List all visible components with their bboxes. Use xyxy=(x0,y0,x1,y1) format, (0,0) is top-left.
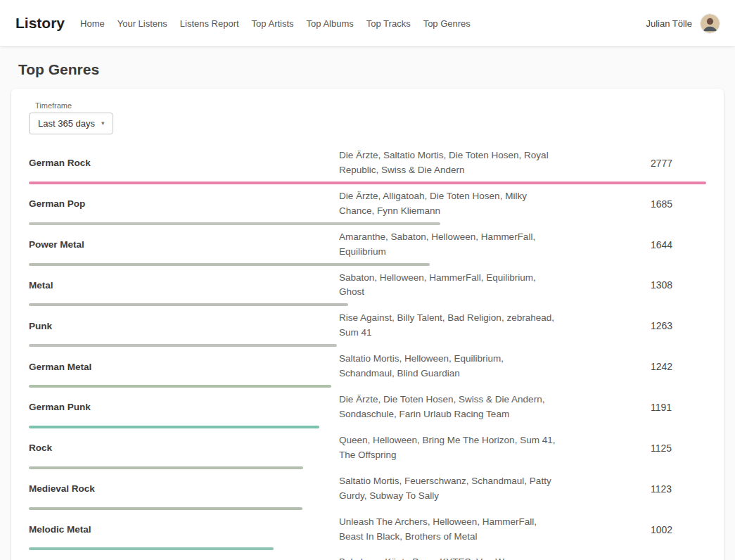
timeframe-filter: Timeframe Last 365 days ▾ xyxy=(29,101,706,134)
genre-name: German Metal xyxy=(29,362,339,372)
nav-item-top-tracks[interactable]: Top Tracks xyxy=(366,18,411,29)
genre-artists: Unleash The Archers, Helloween, HammerFa… xyxy=(339,515,557,545)
genre-count: 1191 xyxy=(651,402,706,413)
genre-row: Medieval Rock Saltatio Mortis, Feuerschw… xyxy=(29,469,706,510)
genre-row: Metal Sabaton, Helloween, HammerFall, Eq… xyxy=(29,266,706,307)
nav-item-top-genres[interactable]: Top Genres xyxy=(423,18,471,29)
genre-count: 2777 xyxy=(651,158,706,169)
genre-count: 1263 xyxy=(651,320,706,331)
nav-item-listens-report[interactable]: Listens Report xyxy=(180,18,239,29)
user-avatar[interactable] xyxy=(701,14,720,33)
genre-artists: Sabaton, Helloween, HammerFall, Equilibr… xyxy=(339,271,557,300)
genre-count: 1685 xyxy=(651,198,706,210)
genre-name: German Pop xyxy=(29,198,339,209)
genre-artists: Rise Against, Billy Talent, Bad Religion… xyxy=(339,311,557,341)
genre-count: 1644 xyxy=(651,239,706,250)
brand-logo[interactable]: Listory xyxy=(15,15,65,32)
genre-artists: Die Ärzte, Alligatoah, Die Toten Hosen, … xyxy=(339,189,557,219)
top-genres-card: Timeframe Last 365 days ▾ German Rock Di… xyxy=(11,89,724,560)
genre-name: Medieval Rock xyxy=(29,483,339,494)
genre-list: German Rock Die Ärzte, Saltatio Mortis, … xyxy=(29,144,706,560)
nav-item-top-albums[interactable]: Top Albums xyxy=(307,18,354,29)
page-title: Top Genres xyxy=(18,61,717,78)
top-app-bar: Listory Home Your Listens Listens Report… xyxy=(0,0,735,46)
genre-artists: Amaranthe, Sabaton, Helloween, HammerFal… xyxy=(339,230,557,260)
genre-row: Melodic Metal Unleash The Archers, Hello… xyxy=(29,510,706,551)
page-content: Top Genres Timeframe Last 365 days ▾ Ger… xyxy=(0,61,735,560)
genre-count: 1242 xyxy=(651,361,706,372)
genre-name: German Punk xyxy=(29,402,339,412)
genre-artists: Saltatio Mortis, Feuerschwanz, Schandmau… xyxy=(339,474,557,504)
genre-name: Punk xyxy=(29,321,339,331)
genre-count: 1002 xyxy=(651,524,706,535)
genre-name: Metal xyxy=(29,280,339,291)
avatar-image xyxy=(701,14,720,33)
genre-name: Melodic Metal xyxy=(29,524,339,535)
timeframe-label: Timeframe xyxy=(35,101,706,110)
genre-row: German Rock Die Ärzte, Saltatio Mortis, … xyxy=(29,144,706,184)
genre-name: German Rock xyxy=(29,158,339,168)
user-name[interactable]: Julian Tölle xyxy=(646,18,692,29)
genre-row: Rock Queen, Helloween, Bring Me The Hori… xyxy=(29,428,706,469)
genre-row: German Indie Bukahara, Käptn Peng, KYTES… xyxy=(29,550,706,560)
genre-name: Power Metal xyxy=(29,239,339,250)
genre-row: Power Metal Amaranthe, Sabaton, Hellowee… xyxy=(29,225,706,266)
genre-artists: Die Ärzte, Die Toten Hosen, Swiss & Die … xyxy=(339,393,557,422)
genre-count: 1308 xyxy=(651,279,706,291)
timeframe-select[interactable]: Last 365 days ▾ xyxy=(29,113,113,134)
chevron-down-icon: ▾ xyxy=(101,120,105,127)
genre-row: German Pop Die Ärzte, Alligatoah, Die To… xyxy=(29,184,706,225)
nav-item-top-artists[interactable]: Top Artists xyxy=(252,18,294,29)
genre-name: Rock xyxy=(29,443,339,453)
user-area: Julian Tölle xyxy=(646,14,720,33)
nav-item-home[interactable]: Home xyxy=(80,18,105,29)
genre-artists: Saltatio Mortis, Helloween, Equilibrium,… xyxy=(339,352,557,381)
genre-artists: Queen, Helloween, Bring Me The Horizon, … xyxy=(339,433,557,463)
genre-row: Punk Rise Against, Billy Talent, Bad Rel… xyxy=(29,306,706,347)
genre-row: German Punk Die Ärzte, Die Toten Hosen, … xyxy=(29,388,706,428)
main-nav: Home Your Listens Listens Report Top Art… xyxy=(80,18,471,29)
genre-row: German Metal Saltatio Mortis, Helloween,… xyxy=(29,347,706,388)
genre-count: 1125 xyxy=(651,443,706,454)
genre-count: 1123 xyxy=(651,483,706,495)
genre-artists: Die Ärzte, Saltatio Mortis, Die Toten Ho… xyxy=(339,148,557,178)
genre-artists: Bukahara, Käptn Peng, KYTES, Von Wegen L… xyxy=(339,555,557,560)
nav-item-your-listens[interactable]: Your Listens xyxy=(117,18,167,29)
timeframe-selected-value: Last 365 days xyxy=(38,118,95,129)
